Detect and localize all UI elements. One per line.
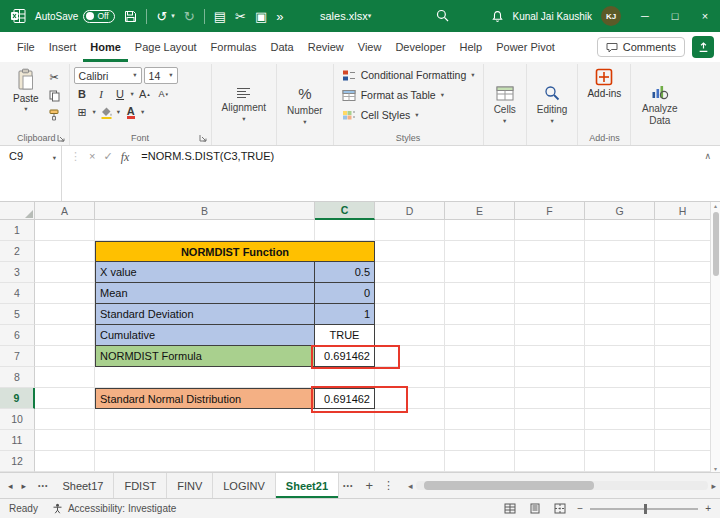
cell[interactable] [445, 241, 515, 262]
minimize-button[interactable]: ─ [630, 0, 660, 32]
cell[interactable] [515, 325, 585, 346]
name-box-caret-icon[interactable]: ▾ [53, 155, 56, 201]
cell[interactable] [515, 262, 585, 283]
column-header-a[interactable]: A [35, 202, 95, 220]
cell[interactable] [95, 409, 315, 430]
number-button[interactable]: % Number ▾ [281, 65, 329, 145]
share-button[interactable] [692, 36, 714, 58]
drag-handle-icon[interactable]: ⋮ [70, 150, 81, 163]
cell[interactable] [35, 451, 95, 472]
cells-button[interactable]: Cells ▾ [488, 65, 522, 145]
next-sheet-icon[interactable]: ▸ [22, 481, 27, 491]
cell[interactable] [655, 262, 710, 283]
more-sheets-right-icon[interactable]: ••• [339, 473, 357, 498]
column-header-c[interactable]: C [315, 202, 375, 220]
cell[interactable] [655, 325, 710, 346]
horizontal-scroll-thumb[interactable] [424, 481, 594, 490]
cell[interactable] [445, 409, 515, 430]
cell[interactable] [445, 283, 515, 304]
cell[interactable] [35, 262, 95, 283]
underline-button[interactable]: U [112, 86, 129, 102]
cell[interactable] [35, 388, 95, 409]
cell[interactable] [515, 409, 585, 430]
comments-button[interactable]: Comments [597, 37, 685, 57]
cell[interactable] [375, 451, 445, 472]
insert-function-icon[interactable]: fx [121, 150, 130, 165]
tab-home[interactable]: Home [83, 32, 128, 62]
notebook-icon[interactable]: ▤ [214, 10, 226, 23]
font-color-button[interactable]: A [122, 104, 139, 120]
clipboard-dialog-launcher-icon[interactable] [57, 134, 65, 142]
copy-icon[interactable] [46, 88, 63, 104]
cell[interactable] [515, 451, 585, 472]
cell[interactable] [655, 367, 710, 388]
page-layout-view-icon[interactable] [529, 503, 541, 514]
cell-c5-value[interactable]: 1 [315, 304, 375, 325]
cell[interactable] [375, 241, 445, 262]
conditional-formatting-button[interactable]: Conditional Formatting ▾ [338, 65, 479, 85]
sheet-tab-sheet21[interactable]: Sheet21 [276, 473, 339, 498]
cell[interactable] [585, 325, 655, 346]
more-sheets-left-icon[interactable]: ••• [34, 473, 52, 498]
sheet-tab-sheet17[interactable]: Sheet17 [52, 473, 114, 498]
format-painter-icon[interactable] [46, 107, 63, 123]
add-ins-button[interactable]: Add-ins [582, 65, 626, 102]
horizontal-scrollbar[interactable]: ◂ ▸ [402, 473, 720, 498]
cell[interactable] [585, 388, 655, 409]
row-header-10[interactable]: 10 [0, 409, 35, 430]
tab-review[interactable]: Review [301, 32, 351, 62]
cell[interactable] [515, 367, 585, 388]
cancel-entry-icon[interactable]: × [89, 150, 95, 162]
avatar[interactable]: KJ [601, 6, 621, 26]
tab-power-pivot[interactable]: Power Pivot [489, 32, 562, 62]
cell[interactable] [445, 367, 515, 388]
prev-sheet-icon[interactable]: ◂ [8, 481, 13, 491]
row-header-7[interactable]: 7 [0, 346, 35, 367]
scroll-up-icon[interactable]: ▴ [714, 202, 717, 209]
column-header-d[interactable]: D [375, 202, 445, 220]
cell-b3-label[interactable]: X value [95, 262, 315, 283]
cell[interactable] [655, 283, 710, 304]
row-header-11[interactable]: 11 [0, 430, 35, 451]
tab-view[interactable]: View [351, 32, 389, 62]
fill-color-caret-icon[interactable]: ▾ [117, 109, 120, 116]
cell[interactable] [655, 388, 710, 409]
undo-caret-icon[interactable]: ▾ [171, 12, 175, 20]
row-header-5[interactable]: 5 [0, 304, 35, 325]
cut-icon[interactable]: ✂ [46, 69, 63, 85]
row-header-6[interactable]: 6 [0, 325, 35, 346]
cell[interactable] [585, 346, 655, 367]
cell[interactable] [35, 220, 95, 241]
format-as-table-button[interactable]: Format as Table ▾ [338, 85, 479, 105]
tab-file[interactable]: File [10, 32, 42, 62]
font-size-select[interactable]: 14 ▾ [144, 67, 178, 84]
cell[interactable] [445, 388, 515, 409]
cell-b9-label[interactable]: Standard Normal Distribution [95, 388, 315, 409]
sheet-options-icon[interactable]: ⋮ [383, 479, 394, 492]
cell[interactable] [655, 346, 710, 367]
cell[interactable] [35, 325, 95, 346]
cell[interactable] [35, 241, 95, 262]
cell[interactable] [315, 367, 375, 388]
cell[interactable] [35, 409, 95, 430]
bold-button[interactable]: B [74, 86, 91, 102]
vertical-scroll-thumb[interactable] [713, 212, 719, 276]
cell[interactable] [375, 262, 445, 283]
cell[interactable] [35, 430, 95, 451]
cell[interactable] [585, 241, 655, 262]
zoom-in-button[interactable]: + [705, 503, 711, 514]
select-all-button[interactable] [0, 202, 35, 220]
font-dialog-launcher-icon[interactable] [199, 134, 207, 142]
hscroll-left-icon[interactable]: ◂ [408, 481, 413, 491]
row-header-1[interactable]: 1 [0, 220, 35, 241]
cell-b7-label[interactable]: NORMDIST Formula [95, 346, 315, 367]
cell-c3-value[interactable]: 0.5 [315, 262, 375, 283]
font-name-select[interactable]: Calibri ▾ [74, 67, 142, 84]
cell[interactable] [375, 304, 445, 325]
sheet-tab-fdist[interactable]: FDIST [114, 473, 167, 498]
cell[interactable] [515, 304, 585, 325]
row-header-8[interactable]: 8 [0, 367, 35, 388]
font-color-caret-icon[interactable]: ▾ [141, 109, 144, 116]
cell[interactable] [655, 304, 710, 325]
vertical-scrollbar[interactable]: ▴ ▾ [710, 202, 720, 472]
